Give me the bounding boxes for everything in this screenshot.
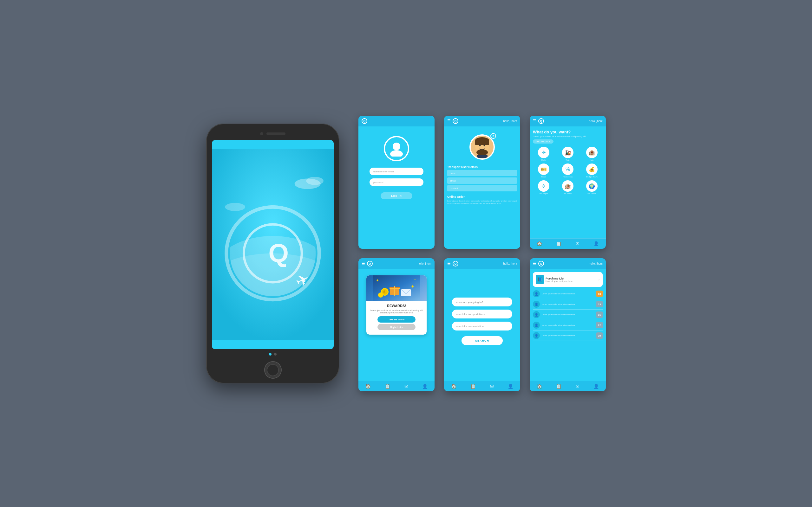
login-button[interactable]: LOG IN — [380, 192, 412, 199]
nav-list-icon[interactable]: 📋 — [556, 241, 561, 246]
phone-dot-2 — [274, 353, 276, 355]
rewards-take-button[interactable]: Take Me There! — [377, 316, 415, 323]
intl-flight-icon: ✈ — [538, 180, 549, 192]
nav-user-icon[interactable]: 👤 — [594, 241, 599, 246]
nav-mail-icon[interactable]: ✉ — [576, 241, 579, 246]
profile-order-title: Online Order — [447, 195, 465, 199]
search-transport-field[interactable]: search for transportations — [452, 309, 512, 319]
purchase-nav-user-icon[interactable]: 👤 — [594, 384, 599, 389]
list-item[interactable]: 👤 Lorem ipsum dolor sit amet consectetur… — [533, 320, 603, 331]
username-field[interactable]: username or email — [369, 168, 423, 175]
rewards-nav-mail-icon[interactable]: ✉ — [404, 384, 408, 389]
search-button[interactable]: SEARCH — [461, 336, 503, 345]
home-icon-ticket[interactable]: 🎫 Ticket — [533, 164, 554, 178]
home-icon-hotel[interactable]: 🏨 Hotel — [581, 147, 603, 161]
rewards-card: ✦ ✦ ✦ $ — [366, 275, 426, 335]
phone-speaker — [266, 132, 286, 135]
home-menu-icon[interactable]: ☰ — [533, 119, 537, 123]
purchase-book-icon: 📘 — [536, 275, 544, 284]
rewards-header-text: hello, jhon! — [417, 262, 432, 265]
purchase-item-text-3: Lorem ipsum dolor sit amet consectetur — [542, 314, 595, 316]
rewards-logo: Q — [367, 261, 373, 267]
search-destination-field[interactable]: where are you going to? — [452, 297, 512, 306]
profile-contact-label: contact — [450, 187, 458, 190]
rewards-body: ✦ ✦ ✦ $ — [358, 269, 435, 381]
search-nav-user-icon[interactable]: 👤 — [508, 384, 513, 389]
screens-grid: Q username or email password LOG IN — [358, 116, 606, 391]
login-btn-label: LOG IN — [391, 194, 402, 198]
purchase-item-text-5: Lorem ipsum dolor sit amet consectetur — [542, 335, 595, 337]
purchase-item-text-2: Lorem ipsum dolor sit amet consectetur — [542, 303, 595, 305]
search-menu-icon[interactable]: ☰ — [447, 262, 451, 266]
home-icon-intl-hotel[interactable]: 🏨 Intl. Hotel — [557, 180, 578, 194]
rewards-nav-list-icon[interactable]: 📋 — [385, 384, 390, 389]
home-icon-intl-flight[interactable]: ✈ Intl. Flight — [533, 180, 554, 194]
purchase-nav-list-icon[interactable]: 📋 — [556, 384, 561, 389]
profile-menu-icon[interactable]: ☰ — [447, 119, 451, 123]
svg-text:Q: Q — [268, 239, 289, 268]
rewards-menu-icon[interactable]: ☰ — [362, 262, 365, 266]
list-item[interactable]: 👤 Lorem ipsum dolor sit amet consectetur… — [533, 309, 603, 320]
list-item[interactable]: 👤 Lorem ipsum dolor sit amet consectetur… — [533, 331, 603, 341]
svg-rect-28 — [390, 288, 400, 289]
purchase-menu-icon[interactable]: ☰ — [533, 262, 537, 266]
home-icon-flight[interactable]: ✈ Flight — [533, 147, 554, 161]
rewards-nav-home-icon[interactable]: 🏠 — [365, 384, 371, 389]
purchase-avatar-2: 👤 — [533, 301, 540, 308]
phone-top-bar — [212, 129, 334, 138]
rewards-nav-user-icon[interactable]: 👤 — [422, 384, 427, 389]
phone: Q ✈ — [206, 124, 339, 383]
search-nav-list-icon[interactable]: 📋 — [470, 384, 476, 389]
phone-home-button[interactable] — [264, 361, 282, 379]
profile-email-label: email — [450, 179, 456, 182]
search-transport-placeholder: search for transportations — [456, 313, 485, 316]
profile-section-title: Transport User Details — [447, 165, 478, 169]
home-bottom-nav: 🏠 📋 ✉ 👤 — [530, 238, 606, 249]
phone-bottom — [212, 361, 334, 379]
search-header: ☰ Q hello, jhon! — [444, 258, 520, 269]
promo-icon: % — [562, 164, 573, 175]
home-title: What do you want? — [533, 130, 571, 134]
home-icon-train[interactable]: 🚂 Train — [557, 147, 578, 161]
password-field[interactable]: password — [369, 178, 423, 186]
home-icon-promo[interactable]: % Promotions — [557, 164, 578, 178]
purchase-list-card[interactable]: 📘 Purchase List Here all your past purch… — [533, 272, 603, 287]
login-body: username or email password LOG IN — [358, 126, 435, 249]
phone-screen: Q ✈ — [212, 140, 334, 349]
profile-body: 2 Transport User Details name email cont… — [444, 126, 520, 249]
purchase-num-4: 22 — [596, 322, 603, 328]
purchase-avatar-3: 👤 — [533, 311, 540, 318]
search-accommodation-placeholder: search for accomodation — [456, 325, 484, 328]
search-nav-mail-icon[interactable]: ✉ — [490, 384, 494, 389]
svg-rect-27 — [394, 286, 395, 296]
purchase-nav-mail-icon[interactable]: ✉ — [576, 384, 579, 389]
purchase-card-subtitle: Here all your past purchase — [546, 280, 573, 282]
profile-name-label: name — [450, 172, 456, 175]
rewards-bottom-nav: 🏠 📋 ✉ 👤 — [358, 381, 435, 391]
list-item[interactable]: 👤 Lorem ipsum dolor sit amet consectetur… — [533, 289, 603, 299]
rewards-later-button[interactable]: Maybe Later — [377, 324, 415, 330]
rewards-card-body: REWARDS! Lorem ipsum dolor sit amet cons… — [366, 301, 426, 335]
purchase-card-title: Purchase List — [546, 277, 573, 280]
home-icon-budget[interactable]: 💰 Budget Travs — [581, 164, 603, 178]
svg-rect-16 — [475, 140, 489, 145]
rewards-image-svg: ✦ ✦ ✦ $ — [373, 275, 420, 301]
svg-point-12 — [393, 143, 400, 150]
search-nav-home-icon[interactable]: 🏠 — [451, 384, 456, 389]
screen-search: ☰ Q hello, jhon! where are you going to?… — [444, 258, 520, 391]
purchase-num-5: 28 — [596, 332, 603, 339]
svg-point-13 — [390, 150, 403, 157]
svg-text:✦: ✦ — [414, 278, 416, 281]
list-item[interactable]: 👤 Lorem ipsum dolor sit amet consectetur… — [533, 299, 603, 309]
search-accommodation-field[interactable]: search for accomodation — [452, 322, 512, 331]
purchase-item-text-1: Lorem ipsum dolor sit amet consectetur — [542, 293, 595, 295]
home-detail-button[interactable]: GET DETAILS — [533, 139, 554, 144]
home-icon-intl-travel[interactable]: 🌍 Intl. Travel — [581, 180, 603, 194]
purchase-nav-home-icon[interactable]: 🏠 — [537, 384, 542, 389]
screen-rewards: ☰ Q hello, jhon! — [358, 258, 435, 391]
svg-point-17 — [476, 149, 488, 156]
rewards-header: ☰ Q hello, jhon! — [358, 258, 435, 269]
home-logo: Q — [538, 118, 544, 124]
nav-home-icon[interactable]: 🏠 — [537, 241, 542, 246]
purchase-avatar-1: 👤 — [533, 290, 540, 297]
